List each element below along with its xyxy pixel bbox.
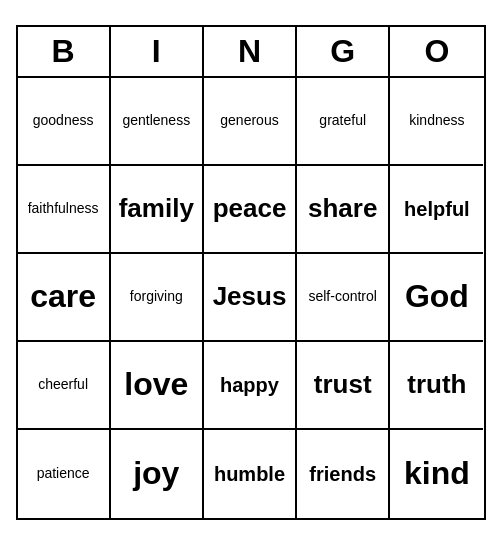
header-letter: N [204, 27, 297, 76]
bingo-grid: goodnessgentlenessgenerousgratefulkindne… [18, 78, 484, 518]
bingo-cell: kind [390, 430, 483, 518]
bingo-cell: family [111, 166, 204, 254]
bingo-cell: happy [204, 342, 297, 430]
header-letter: B [18, 27, 111, 76]
bingo-cell: God [390, 254, 483, 342]
bingo-cell: care [18, 254, 111, 342]
bingo-cell: grateful [297, 78, 390, 166]
bingo-cell: forgiving [111, 254, 204, 342]
bingo-cell: helpful [390, 166, 483, 254]
header-letter: O [390, 27, 483, 76]
bingo-cell: humble [204, 430, 297, 518]
bingo-cell: gentleness [111, 78, 204, 166]
cell-text: friends [309, 462, 376, 486]
cell-text: God [405, 277, 469, 315]
cell-text: happy [220, 373, 279, 397]
bingo-cell: joy [111, 430, 204, 518]
bingo-cell: patience [18, 430, 111, 518]
cell-text: generous [220, 112, 278, 129]
cell-text: Jesus [213, 281, 287, 312]
cell-text: truth [407, 369, 466, 400]
bingo-cell: Jesus [204, 254, 297, 342]
cell-text: family [119, 193, 194, 224]
cell-text: share [308, 193, 377, 224]
cell-text: self-control [308, 288, 376, 305]
cell-text: helpful [404, 197, 470, 221]
bingo-cell: generous [204, 78, 297, 166]
cell-text: love [124, 365, 188, 403]
cell-text: cheerful [38, 376, 88, 393]
cell-text: gentleness [122, 112, 190, 129]
header-letter: G [297, 27, 390, 76]
cell-text: goodness [33, 112, 94, 129]
bingo-cell: faithfulness [18, 166, 111, 254]
header-letter: I [111, 27, 204, 76]
bingo-cell: truth [390, 342, 483, 430]
bingo-cell: cheerful [18, 342, 111, 430]
bingo-cell: goodness [18, 78, 111, 166]
cell-text: patience [37, 465, 90, 482]
cell-text: faithfulness [28, 200, 99, 217]
bingo-card: BINGO goodnessgentlenessgenerousgrateful… [16, 25, 486, 520]
bingo-cell: friends [297, 430, 390, 518]
cell-text: joy [133, 454, 179, 492]
cell-text: kindness [409, 112, 464, 129]
cell-text: kind [404, 454, 470, 492]
cell-text: care [30, 277, 96, 315]
bingo-header: BINGO [18, 27, 484, 78]
cell-text: peace [213, 193, 287, 224]
cell-text: trust [314, 369, 372, 400]
bingo-cell: kindness [390, 78, 483, 166]
bingo-cell: trust [297, 342, 390, 430]
bingo-cell: self-control [297, 254, 390, 342]
cell-text: grateful [319, 112, 366, 129]
bingo-cell: peace [204, 166, 297, 254]
cell-text: humble [214, 462, 285, 486]
bingo-cell: love [111, 342, 204, 430]
cell-text: forgiving [130, 288, 183, 305]
bingo-cell: share [297, 166, 390, 254]
